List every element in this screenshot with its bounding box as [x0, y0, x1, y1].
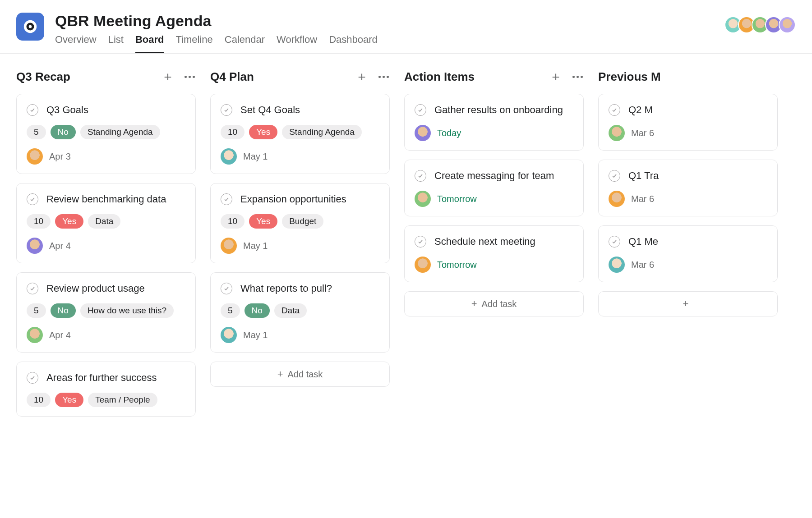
card-footer: May 1: [221, 238, 379, 254]
due-date: Apr 3: [49, 151, 71, 162]
tab-dashboard[interactable]: Dashboard: [329, 34, 378, 53]
add-card-icon[interactable]: +: [355, 71, 368, 83]
add-card-icon[interactable]: +: [549, 71, 562, 83]
tag-pill[interactable]: Yes: [249, 214, 277, 229]
tab-list[interactable]: List: [108, 34, 124, 53]
pill-row: 10YesData: [27, 214, 185, 229]
tag-pill[interactable]: 5: [27, 303, 46, 318]
complete-check-icon[interactable]: [609, 236, 620, 248]
column-actions: +: [355, 71, 390, 83]
pill-row: 5NoHow do we use this?: [27, 303, 185, 318]
tag-pill[interactable]: Yes: [249, 125, 277, 139]
task-card[interactable]: Areas for further success10YesTeam / Peo…: [16, 362, 196, 417]
complete-check-icon[interactable]: [609, 170, 620, 182]
tag-pill[interactable]: 10: [221, 125, 245, 139]
assignee-avatar[interactable]: [415, 257, 431, 273]
assignee-avatar[interactable]: [221, 238, 237, 254]
tag-pill[interactable]: Yes: [55, 214, 83, 229]
add-card-icon[interactable]: +: [161, 71, 174, 83]
column-title[interactable]: Q4 Plan: [210, 70, 355, 84]
tag-pill[interactable]: Data: [88, 214, 120, 229]
pill-row: 5NoStanding Agenda: [27, 125, 185, 139]
task-card[interactable]: Q1 TraMar 6: [598, 160, 778, 216]
task-card[interactable]: Expansion opportunities10YesBudgetMay 1: [210, 183, 390, 263]
tag-pill[interactable]: Team / People: [88, 393, 157, 407]
tag-pill[interactable]: 10: [27, 393, 51, 407]
complete-check-icon[interactable]: [221, 283, 232, 294]
project-main: QBR Meeting Agenda OverviewListBoardTime…: [55, 13, 796, 53]
view-tabs: OverviewListBoardTimelineCalendarWorkflo…: [55, 34, 796, 53]
tag-pill[interactable]: Budget: [282, 214, 323, 229]
tag-pill[interactable]: No: [51, 125, 76, 139]
tag-pill[interactable]: 10: [221, 214, 245, 229]
complete-check-icon[interactable]: [415, 104, 426, 116]
tag-pill[interactable]: Standing Agenda: [282, 125, 362, 139]
complete-check-icon[interactable]: [27, 193, 38, 205]
assignee-avatar[interactable]: [415, 191, 431, 207]
tag-pill[interactable]: No: [51, 303, 76, 318]
add-task-button[interactable]: +: [598, 291, 778, 316]
card-title-row: Review product usage: [27, 283, 185, 294]
due-date: Mar 6: [631, 260, 654, 270]
complete-check-icon[interactable]: [415, 170, 426, 182]
tag-pill[interactable]: 5: [27, 125, 46, 139]
tag-pill[interactable]: How do we use this?: [80, 303, 174, 318]
task-card[interactable]: Review benchmarking data10YesDataApr 4: [16, 183, 196, 263]
assignee-avatar[interactable]: [609, 125, 625, 141]
assignee-avatar[interactable]: [221, 327, 237, 343]
column-header: Previous M: [598, 70, 778, 84]
task-card[interactable]: Q3 Goals5NoStanding AgendaApr 3: [16, 94, 196, 174]
complete-check-icon[interactable]: [27, 283, 38, 294]
tag-pill[interactable]: Data: [274, 303, 307, 318]
complete-check-icon[interactable]: [609, 104, 620, 116]
tag-pill[interactable]: 10: [27, 214, 51, 229]
task-card[interactable]: Gather results on onboardingToday: [404, 94, 584, 151]
task-card[interactable]: What reports to pull?5NoDataMay 1: [210, 272, 390, 353]
column-title[interactable]: Q3 Recap: [16, 70, 161, 84]
more-actions-icon[interactable]: [571, 71, 584, 83]
add-task-button[interactable]: +Add task: [210, 362, 390, 387]
due-date: Apr 4: [49, 241, 71, 251]
due-date: Mar 6: [631, 194, 654, 204]
task-card[interactable]: Q2 MMar 6: [598, 94, 778, 151]
tab-timeline[interactable]: Timeline: [176, 34, 213, 53]
due-date: Tomorrow: [437, 260, 477, 270]
complete-check-icon[interactable]: [27, 372, 38, 384]
tag-pill[interactable]: 5: [221, 303, 240, 318]
tag-pill[interactable]: No: [245, 303, 270, 318]
tab-workflow[interactable]: Workflow: [277, 34, 317, 53]
assignee-avatar[interactable]: [221, 148, 237, 165]
assignee-avatar[interactable]: [27, 148, 43, 165]
tag-pill[interactable]: Standing Agenda: [80, 125, 160, 139]
card-footer: Apr 3: [27, 148, 185, 165]
collaborator-avatar[interactable]: [779, 16, 796, 33]
assignee-avatar[interactable]: [27, 238, 43, 254]
card-title-row: What reports to pull?: [221, 283, 379, 294]
add-task-button[interactable]: +Add task: [404, 291, 584, 316]
task-card[interactable]: Set Q4 Goals10YesStanding AgendaMay 1: [210, 94, 390, 174]
complete-check-icon[interactable]: [415, 236, 426, 248]
assignee-avatar[interactable]: [415, 125, 431, 141]
tag-pill[interactable]: Yes: [55, 393, 83, 407]
tab-overview[interactable]: Overview: [55, 34, 97, 53]
assignee-avatar[interactable]: [609, 257, 625, 273]
task-card[interactable]: Review product usage5NoHow do we use thi…: [16, 272, 196, 353]
column-title[interactable]: Action Items: [404, 70, 549, 84]
complete-check-icon[interactable]: [221, 193, 232, 205]
assignee-avatar[interactable]: [27, 327, 43, 343]
card-footer: Tomorrow: [415, 191, 573, 207]
card-title-row: Review benchmarking data: [27, 193, 185, 205]
column-title[interactable]: Previous M: [598, 70, 778, 84]
task-card[interactable]: Schedule next meetingTomorrow: [404, 225, 584, 282]
task-card[interactable]: Q1 MeMar 6: [598, 225, 778, 282]
complete-check-icon[interactable]: [27, 104, 38, 116]
tab-calendar[interactable]: Calendar: [225, 34, 265, 53]
more-actions-icon[interactable]: [377, 71, 390, 83]
collaborators: [728, 16, 796, 33]
more-actions-icon[interactable]: [183, 71, 196, 83]
task-card[interactable]: Create messaging for teamTomorrow: [404, 160, 584, 216]
assignee-avatar[interactable]: [609, 191, 625, 207]
tab-board[interactable]: Board: [135, 34, 164, 53]
complete-check-icon[interactable]: [221, 104, 232, 116]
card-title-row: Expansion opportunities: [221, 193, 379, 205]
